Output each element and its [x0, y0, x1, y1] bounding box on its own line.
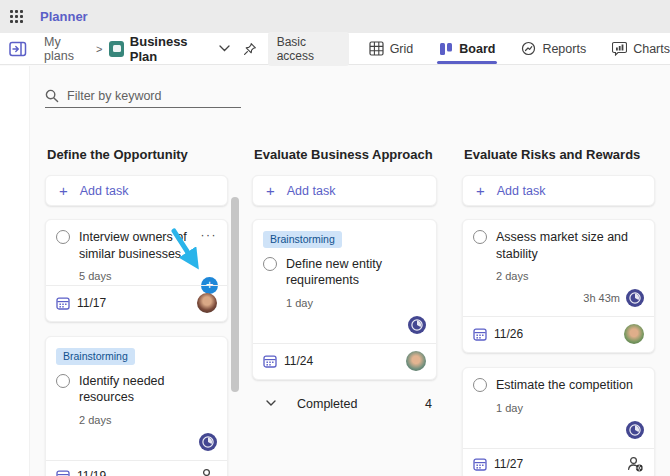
- task-title: Estimate the competition: [496, 377, 644, 394]
- task-checkbox[interactable]: [473, 378, 487, 392]
- add-task-button[interactable]: + Add task: [45, 175, 228, 206]
- charts-icon: [612, 41, 627, 56]
- top-app-bar: Planner: [0, 0, 670, 33]
- time-status-icon: [626, 421, 644, 439]
- task-title: Assess market size and stability: [496, 229, 644, 262]
- tab-grid[interactable]: Grid: [369, 33, 414, 64]
- plan-logo: [109, 41, 123, 57]
- chevron-down-icon: [266, 400, 276, 407]
- add-task-button[interactable]: + Add task: [462, 175, 655, 206]
- due-date: 11/27: [494, 457, 523, 471]
- board-icon: [439, 42, 453, 56]
- chevron-down-icon[interactable]: [219, 45, 230, 52]
- task-checkbox[interactable]: [56, 374, 70, 388]
- column-scrollbar[interactable]: [231, 197, 239, 392]
- calendar-icon: [56, 469, 70, 476]
- breadcrumb-my-plans[interactable]: My plans: [44, 35, 89, 63]
- label-pill[interactable]: Brainstorming: [263, 231, 342, 248]
- completed-label: Completed: [297, 397, 357, 411]
- label-pill[interactable]: Brainstorming: [56, 348, 135, 365]
- assign-person-icon[interactable]: [200, 468, 217, 476]
- more-icon[interactable]: ···: [201, 229, 218, 239]
- due-date: 11/19: [77, 469, 106, 476]
- calendar-icon: [56, 296, 70, 310]
- app-launcher-icon[interactable]: [10, 10, 23, 23]
- filter-input[interactable]: [67, 89, 227, 103]
- task-duration: 2 days: [496, 270, 644, 282]
- time-status-icon: [408, 316, 426, 334]
- reports-icon: [521, 41, 536, 56]
- completed-section-toggle[interactable]: Completed 4: [252, 397, 437, 411]
- bucket-title: Evaluate Business Approach: [254, 147, 437, 162]
- filter-field[interactable]: [45, 84, 241, 108]
- grid-icon: [369, 41, 384, 56]
- task-checkbox[interactable]: [473, 230, 487, 244]
- task-card[interactable]: Interview owners of similar businesses ·…: [45, 219, 228, 322]
- completed-count: 4: [425, 397, 432, 411]
- task-title: Identify needed resources: [79, 373, 217, 406]
- plan-title: Business Plan: [130, 34, 210, 64]
- plus-icon: +: [59, 183, 68, 198]
- bucket-evaluate-business-approach: Evaluate Business Approach + Add task Br…: [252, 147, 437, 411]
- task-checkbox[interactable]: [56, 230, 70, 244]
- view-tabs: Grid Board Reports: [369, 33, 670, 64]
- task-title: Define new entity requirements: [286, 256, 426, 289]
- calendar-icon: [473, 457, 487, 471]
- time-status-icon: [199, 433, 217, 451]
- sidebar-toggle-icon[interactable]: [9, 41, 27, 57]
- task-duration: 5 days: [79, 270, 217, 282]
- calendar-icon: [263, 354, 277, 368]
- due-date: 11/26: [494, 327, 523, 341]
- task-title: Interview owners of similar businesses: [79, 229, 192, 262]
- tab-board[interactable]: Board: [439, 33, 495, 64]
- bucket-title: Define the Opportunity: [47, 147, 228, 162]
- time-logged: 3h 43m: [583, 292, 620, 304]
- task-card[interactable]: Brainstorming Identify needed resources …: [45, 336, 228, 476]
- task-duration: 1 day: [496, 402, 644, 414]
- bucket-evaluate-risks-and-rewards: Evaluate Risks and Rewards + Add task As…: [462, 147, 655, 476]
- tab-reports[interactable]: Reports: [521, 33, 586, 64]
- planner-window: Planner My plans > Business Plan Basic a…: [0, 0, 670, 476]
- assignee-avatar[interactable]: [197, 293, 217, 313]
- access-level-badge: Basic access: [268, 32, 349, 66]
- breadcrumb-separator: >: [96, 43, 102, 55]
- task-card[interactable]: Estimate the competition 1 day 11/27: [462, 367, 655, 476]
- task-checkbox[interactable]: [263, 257, 277, 271]
- pin-icon[interactable]: [243, 42, 257, 56]
- due-date: 11/17: [77, 296, 106, 310]
- plus-icon: +: [476, 183, 485, 198]
- add-task-button[interactable]: + Add task: [252, 175, 437, 206]
- task-duration: 1 day: [286, 297, 426, 309]
- task-card[interactable]: Assess market size and stability 2 days …: [462, 219, 655, 353]
- tab-charts[interactable]: Charts: [612, 33, 670, 64]
- time-status-icon: [626, 289, 644, 307]
- bucket-title: Evaluate Risks and Rewards: [464, 147, 655, 162]
- assignee-avatar[interactable]: [406, 351, 426, 371]
- plus-icon: +: [266, 183, 275, 198]
- calendar-icon: [473, 327, 487, 341]
- task-card[interactable]: Brainstorming Define new entity requirem…: [252, 219, 437, 380]
- search-icon: [45, 89, 59, 103]
- assign-person-icon[interactable]: [627, 456, 644, 472]
- assignee-avatar[interactable]: [624, 324, 644, 344]
- app-title[interactable]: Planner: [40, 9, 88, 24]
- left-rail: [0, 66, 30, 476]
- task-duration: 2 days: [79, 414, 217, 426]
- due-date: 11/24: [284, 354, 313, 368]
- bucket-define-the-opportunity: Define the Opportunity + Add task Interv…: [45, 147, 228, 476]
- plan-header: My plans > Business Plan Basic access Gr…: [0, 33, 670, 65]
